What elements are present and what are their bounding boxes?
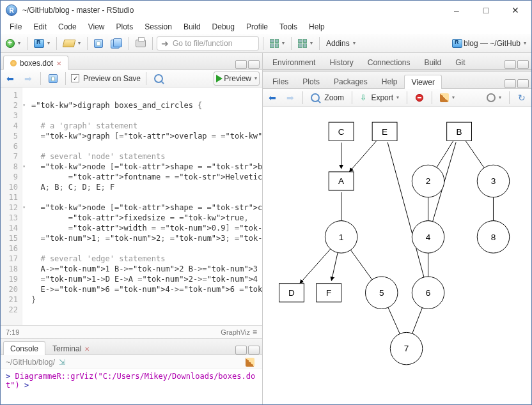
svg-line-3 <box>465 141 486 171</box>
back-button[interactable]: ⬅ <box>3 72 17 86</box>
project-menu[interactable]: blog — ~/GitHub <box>450 36 529 50</box>
tab-environment[interactable]: Environment <box>265 55 322 70</box>
maximize-viewer-button[interactable] <box>517 79 529 88</box>
close-tab-icon[interactable]: ✕ <box>56 60 61 67</box>
zoom-icon <box>311 93 320 102</box>
forward-button[interactable]: ➡ <box>21 72 35 86</box>
panes-dropdown[interactable] <box>295 36 315 50</box>
gear-icon <box>487 93 496 102</box>
svg-line-13 <box>386 303 402 337</box>
svg-text:4: 4 <box>426 233 431 242</box>
maximize-button[interactable]: □ <box>471 1 501 20</box>
tab-console[interactable]: Console <box>3 341 45 355</box>
remove-icon <box>416 94 423 102</box>
svg-text:1: 1 <box>339 233 344 242</box>
maximize-pane-button[interactable] <box>248 60 260 69</box>
arrow-right-icon: ➡ <box>286 93 294 103</box>
menu-debug[interactable]: Debug <box>207 21 240 33</box>
tab-terminal[interactable]: Terminal ✕ <box>45 341 97 355</box>
svg-text:E: E <box>382 127 387 137</box>
console-branch-icon: ⇲ <box>59 358 65 367</box>
run-icon <box>216 75 223 82</box>
maximize-env-button[interactable] <box>517 60 529 69</box>
print-icon <box>136 40 146 47</box>
remove-viewer-button[interactable] <box>412 91 426 105</box>
addins-dropdown[interactable]: Addins <box>324 36 358 50</box>
preview-button[interactable]: Preview <box>214 72 260 86</box>
goto-input[interactable]: ➜ Go to file/function <box>157 36 259 50</box>
tab-label: boxes.dot <box>20 59 53 68</box>
save-button[interactable] <box>91 36 106 50</box>
viewer-forward-button[interactable]: ➡ <box>283 91 297 105</box>
new-project-button[interactable] <box>31 36 52 50</box>
minimize-viewer-button[interactable] <box>505 79 516 88</box>
menu-tools[interactable]: Tools <box>274 21 302 33</box>
tab-git[interactable]: Git <box>448 55 472 70</box>
dot-file-icon <box>10 60 17 66</box>
print-button[interactable] <box>133 36 148 50</box>
svg-text:6: 6 <box>426 288 431 298</box>
tab-files[interactable]: Files <box>265 74 295 89</box>
viewer-settings-button[interactable] <box>484 91 504 105</box>
clear-viewer-button[interactable] <box>437 91 457 105</box>
arrow-left-icon: ⬅ <box>269 93 276 103</box>
menu-profile[interactable]: Profile <box>241 21 273 33</box>
minimize-button[interactable]: – <box>442 1 471 20</box>
svg-line-10 <box>387 142 425 281</box>
menu-code[interactable]: Code <box>53 21 82 33</box>
menu-file[interactable]: File <box>4 21 27 33</box>
project-icon <box>452 39 462 48</box>
language-label: GraphViz <box>221 328 250 336</box>
tab-boxes-dot[interactable]: boxes.dot ✕ <box>3 56 68 70</box>
code-editor[interactable]: 12345678910111213141516171819202122 ="to… <box>1 88 262 325</box>
minimize-pane-button[interactable] <box>235 60 247 69</box>
close-button[interactable]: ✕ <box>501 1 530 20</box>
refresh-viewer-button[interactable]: ↻ <box>515 91 529 105</box>
maximize-console-button[interactable] <box>248 346 260 355</box>
project-icon <box>34 39 44 48</box>
save-all-icon <box>111 38 122 49</box>
svg-text:F: F <box>326 288 331 298</box>
folder-open-icon <box>63 40 76 47</box>
tab-history[interactable]: History <box>322 55 360 70</box>
tab-help2[interactable]: Help <box>375 74 405 89</box>
menu-help[interactable]: Help <box>304 21 330 33</box>
project-label: blog — ~/GitHub <box>464 39 520 48</box>
svg-line-9 <box>348 246 375 282</box>
tools-dropdown[interactable] <box>267 36 287 50</box>
svg-line-14 <box>411 303 425 337</box>
tab-viewer[interactable]: Viewer <box>404 75 441 89</box>
zoom-button[interactable]: Zoom <box>308 91 347 105</box>
menu-build[interactable]: Build <box>178 21 206 33</box>
open-file-button[interactable] <box>61 36 83 50</box>
tab-build[interactable]: Build <box>417 55 448 70</box>
broom-icon <box>246 358 254 367</box>
viewer-back-button[interactable]: ⬅ <box>265 91 279 105</box>
minimize-env-button[interactable] <box>505 60 516 69</box>
broom-icon <box>440 93 449 102</box>
find-button[interactable] <box>152 72 166 86</box>
menu-edit[interactable]: Edit <box>28 21 52 33</box>
tab-packages[interactable]: Packages <box>327 74 375 89</box>
console-output[interactable]: > DiagrammeR::grViz("C:/Users/Mikey/Down… <box>1 369 262 404</box>
save-all-button[interactable] <box>108 36 125 50</box>
menu-plots[interactable]: Plots <box>111 21 139 33</box>
svg-line-7 <box>300 245 334 284</box>
tab-plots[interactable]: Plots <box>295 74 327 89</box>
preview-on-save-checkbox[interactable]: ✓ <box>71 74 79 82</box>
clear-console-button[interactable] <box>243 355 257 369</box>
svg-text:7: 7 <box>404 344 409 353</box>
tab-connections[interactable]: Connections <box>361 55 418 70</box>
language-dropdown-icon[interactable]: ≡ <box>253 328 257 337</box>
menu-session[interactable]: Session <box>139 21 177 33</box>
refresh-icon: ↻ <box>518 93 526 103</box>
source-statusbar: 7:19 GraphViz ≡ <box>1 325 262 338</box>
console-tabs: Console Terminal ✕ <box>1 339 262 355</box>
menu-view[interactable]: View <box>83 21 110 33</box>
new-file-button[interactable] <box>3 36 23 50</box>
save-source-button[interactable] <box>46 72 60 86</box>
export-button[interactable]: ⇩ Export <box>357 91 402 105</box>
minimize-console-button[interactable] <box>235 346 247 355</box>
svg-text:B: B <box>457 127 462 137</box>
close-terminal-icon[interactable]: ✕ <box>84 346 90 353</box>
